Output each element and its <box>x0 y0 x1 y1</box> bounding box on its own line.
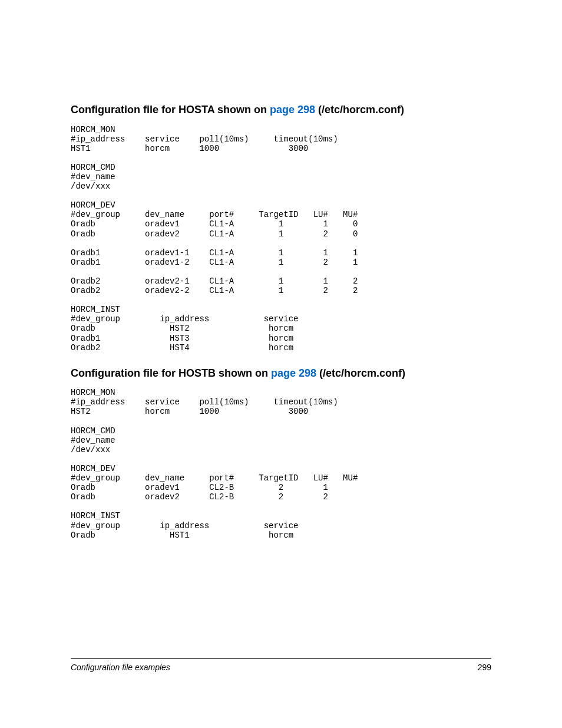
section1-heading-link[interactable]: page 298 <box>270 104 315 116</box>
section2-config-body: HORCM_MON #ip_address service poll(10ms)… <box>71 388 491 540</box>
section1-heading-suffix: (/etc/horcm.conf) <box>315 104 404 116</box>
section2-heading-prefix: Configuration file for HOSTB shown on <box>71 367 271 379</box>
footer-label: Configuration file examples <box>71 663 170 672</box>
page-footer: Configuration file examples 299 <box>71 658 491 672</box>
section1-heading: Configuration file for HOSTA shown on pa… <box>71 103 491 117</box>
section1-heading-prefix: Configuration file for HOSTA shown on <box>71 104 270 116</box>
section2-heading-link[interactable]: page 298 <box>271 367 316 379</box>
section2-heading-suffix: (/etc/horcm.conf) <box>316 367 405 379</box>
footer-page-number: 299 <box>478 663 491 672</box>
section2-heading: Configuration file for HOSTB shown on pa… <box>71 367 491 380</box>
section1-config-body: HORCM_MON #ip_address service poll(10ms)… <box>71 125 491 353</box>
